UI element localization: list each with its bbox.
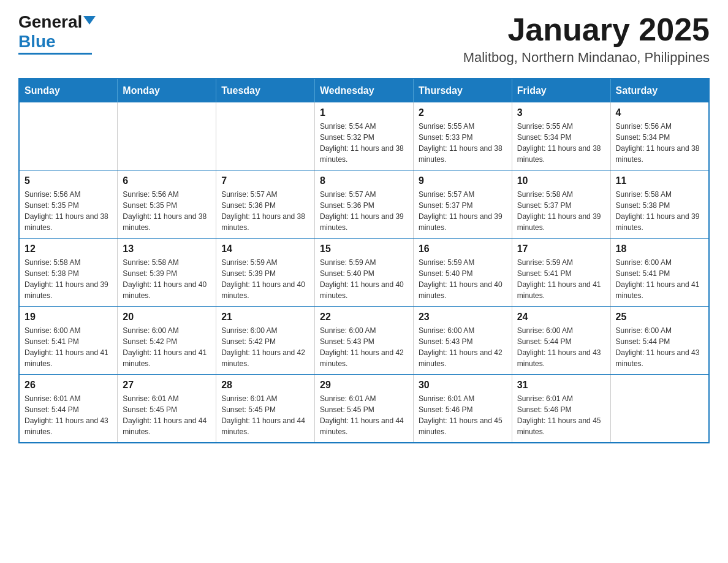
table-row: 2Sunrise: 5:55 AMSunset: 5:33 PMDaylight…	[413, 102, 512, 170]
table-row	[19, 102, 118, 170]
day-info: Sunrise: 6:00 AMSunset: 5:43 PMDaylight:…	[320, 325, 408, 369]
day-number: 20	[123, 312, 211, 323]
day-number: 23	[419, 312, 507, 323]
table-row: 19Sunrise: 6:00 AMSunset: 5:41 PMDayligh…	[19, 307, 118, 375]
header-saturday: Saturday	[610, 79, 709, 102]
table-row: 26Sunrise: 6:01 AMSunset: 5:44 PMDayligh…	[19, 375, 118, 443]
table-row: 9Sunrise: 5:57 AMSunset: 5:37 PMDaylight…	[413, 170, 512, 239]
calendar-week-1: 1Sunrise: 5:54 AMSunset: 5:32 PMDaylight…	[19, 102, 709, 170]
day-info: Sunrise: 5:59 AMSunset: 5:39 PMDaylight:…	[221, 257, 309, 301]
day-info: Sunrise: 5:58 AMSunset: 5:37 PMDaylight:…	[517, 189, 605, 233]
table-row: 18Sunrise: 6:00 AMSunset: 5:41 PMDayligh…	[610, 239, 709, 307]
day-number: 12	[25, 243, 112, 255]
day-info: Sunrise: 6:01 AMSunset: 5:44 PMDaylight:…	[25, 393, 112, 437]
table-row: 17Sunrise: 5:59 AMSunset: 5:41 PMDayligh…	[512, 239, 610, 307]
day-info: Sunrise: 5:59 AMSunset: 5:40 PMDaylight:…	[419, 257, 507, 301]
day-info: Sunrise: 6:01 AMSunset: 5:45 PMDaylight:…	[320, 393, 408, 437]
day-number: 21	[221, 312, 309, 323]
day-info: Sunrise: 6:01 AMSunset: 5:45 PMDaylight:…	[123, 393, 211, 437]
day-info: Sunrise: 5:55 AMSunset: 5:34 PMDaylight:…	[517, 121, 605, 165]
table-row: 15Sunrise: 5:59 AMSunset: 5:40 PMDayligh…	[315, 239, 414, 307]
day-info: Sunrise: 6:00 AMSunset: 5:41 PMDaylight:…	[25, 325, 112, 369]
table-row: 1Sunrise: 5:54 AMSunset: 5:32 PMDaylight…	[315, 102, 414, 170]
month-title: January 2025	[463, 12, 710, 47]
day-number: 9	[419, 175, 507, 186]
day-info: Sunrise: 5:55 AMSunset: 5:33 PMDaylight:…	[419, 121, 507, 165]
header-tuesday: Tuesday	[216, 79, 315, 102]
day-number: 5	[25, 175, 112, 186]
day-info: Sunrise: 5:58 AMSunset: 5:39 PMDaylight:…	[123, 257, 211, 301]
day-info: Sunrise: 6:01 AMSunset: 5:46 PMDaylight:…	[517, 393, 605, 437]
day-info: Sunrise: 5:59 AMSunset: 5:41 PMDaylight:…	[517, 257, 605, 301]
day-number: 22	[320, 312, 408, 323]
table-row: 8Sunrise: 5:57 AMSunset: 5:36 PMDaylight…	[315, 170, 414, 239]
day-info: Sunrise: 5:56 AMSunset: 5:35 PMDaylight:…	[123, 189, 211, 233]
table-row: 13Sunrise: 5:58 AMSunset: 5:39 PMDayligh…	[118, 239, 216, 307]
table-row: 11Sunrise: 5:58 AMSunset: 5:38 PMDayligh…	[610, 170, 709, 239]
table-row: 27Sunrise: 6:01 AMSunset: 5:45 PMDayligh…	[118, 375, 216, 443]
day-info: Sunrise: 5:56 AMSunset: 5:34 PMDaylight:…	[616, 121, 703, 165]
table-row: 28Sunrise: 6:01 AMSunset: 5:45 PMDayligh…	[216, 375, 315, 443]
logo-general-text: General	[18, 12, 82, 32]
day-number: 16	[419, 243, 507, 255]
day-info: Sunrise: 6:01 AMSunset: 5:46 PMDaylight:…	[419, 393, 507, 437]
title-section: January 2025 Malitbog, Northern Mindanao…	[463, 12, 710, 66]
table-row: 10Sunrise: 5:58 AMSunset: 5:37 PMDayligh…	[512, 170, 610, 239]
day-info: Sunrise: 5:57 AMSunset: 5:36 PMDaylight:…	[221, 189, 309, 233]
table-row	[216, 102, 315, 170]
day-number: 14	[221, 243, 309, 255]
day-number: 25	[616, 312, 703, 323]
day-info: Sunrise: 6:00 AMSunset: 5:42 PMDaylight:…	[221, 325, 309, 369]
table-row: 5Sunrise: 5:56 AMSunset: 5:35 PMDaylight…	[19, 170, 118, 239]
page-header: General Blue January 2025 Malitbog, Nort…	[18, 12, 710, 66]
day-number: 27	[123, 380, 211, 391]
table-row: 22Sunrise: 6:00 AMSunset: 5:43 PMDayligh…	[315, 307, 414, 375]
day-number: 3	[517, 107, 605, 118]
day-number: 1	[320, 107, 408, 118]
calendar-week-2: 5Sunrise: 5:56 AMSunset: 5:35 PMDaylight…	[19, 170, 709, 239]
table-row	[118, 102, 216, 170]
day-number: 6	[123, 175, 211, 186]
table-row: 14Sunrise: 5:59 AMSunset: 5:39 PMDayligh…	[216, 239, 315, 307]
day-number: 29	[320, 380, 408, 391]
header-friday: Friday	[512, 79, 610, 102]
day-info: Sunrise: 6:01 AMSunset: 5:45 PMDaylight:…	[221, 393, 309, 437]
day-number: 7	[221, 175, 309, 186]
day-number: 18	[616, 243, 703, 255]
table-row: 31Sunrise: 6:01 AMSunset: 5:46 PMDayligh…	[512, 375, 610, 443]
day-number: 8	[320, 175, 408, 186]
day-info: Sunrise: 5:58 AMSunset: 5:38 PMDaylight:…	[616, 189, 703, 233]
day-number: 26	[25, 380, 112, 391]
header-sunday: Sunday	[19, 79, 118, 102]
day-info: Sunrise: 5:57 AMSunset: 5:37 PMDaylight:…	[419, 189, 507, 233]
calendar-header-row: Sunday Monday Tuesday Wednesday Thursday…	[19, 79, 709, 102]
day-info: Sunrise: 6:00 AMSunset: 5:44 PMDaylight:…	[616, 325, 703, 369]
logo: General Blue	[18, 12, 96, 55]
table-row: 20Sunrise: 6:00 AMSunset: 5:42 PMDayligh…	[118, 307, 216, 375]
table-row: 4Sunrise: 5:56 AMSunset: 5:34 PMDaylight…	[610, 102, 709, 170]
day-number: 19	[25, 312, 112, 323]
day-info: Sunrise: 6:00 AMSunset: 5:41 PMDaylight:…	[616, 257, 703, 301]
day-number: 28	[221, 380, 309, 391]
day-info: Sunrise: 5:57 AMSunset: 5:36 PMDaylight:…	[320, 189, 408, 233]
table-row: 16Sunrise: 5:59 AMSunset: 5:40 PMDayligh…	[413, 239, 512, 307]
table-row: 23Sunrise: 6:00 AMSunset: 5:43 PMDayligh…	[413, 307, 512, 375]
calendar-week-4: 19Sunrise: 6:00 AMSunset: 5:41 PMDayligh…	[19, 307, 709, 375]
table-row: 25Sunrise: 6:00 AMSunset: 5:44 PMDayligh…	[610, 307, 709, 375]
day-number: 2	[419, 107, 507, 118]
header-wednesday: Wednesday	[315, 79, 414, 102]
day-info: Sunrise: 5:58 AMSunset: 5:38 PMDaylight:…	[25, 257, 112, 301]
table-row: 29Sunrise: 6:01 AMSunset: 5:45 PMDayligh…	[315, 375, 414, 443]
calendar-week-3: 12Sunrise: 5:58 AMSunset: 5:38 PMDayligh…	[19, 239, 709, 307]
table-row: 6Sunrise: 5:56 AMSunset: 5:35 PMDaylight…	[118, 170, 216, 239]
logo-underline	[18, 53, 92, 55]
day-number: 17	[517, 243, 605, 255]
logo-blue-text: Blue	[18, 32, 56, 52]
header-thursday: Thursday	[413, 79, 512, 102]
location-title: Malitbog, Northern Mindanao, Philippines	[463, 50, 710, 66]
calendar-week-5: 26Sunrise: 6:01 AMSunset: 5:44 PMDayligh…	[19, 375, 709, 443]
table-row	[610, 375, 709, 443]
day-number: 15	[320, 243, 408, 255]
day-info: Sunrise: 6:00 AMSunset: 5:43 PMDaylight:…	[419, 325, 507, 369]
day-number: 13	[123, 243, 211, 255]
